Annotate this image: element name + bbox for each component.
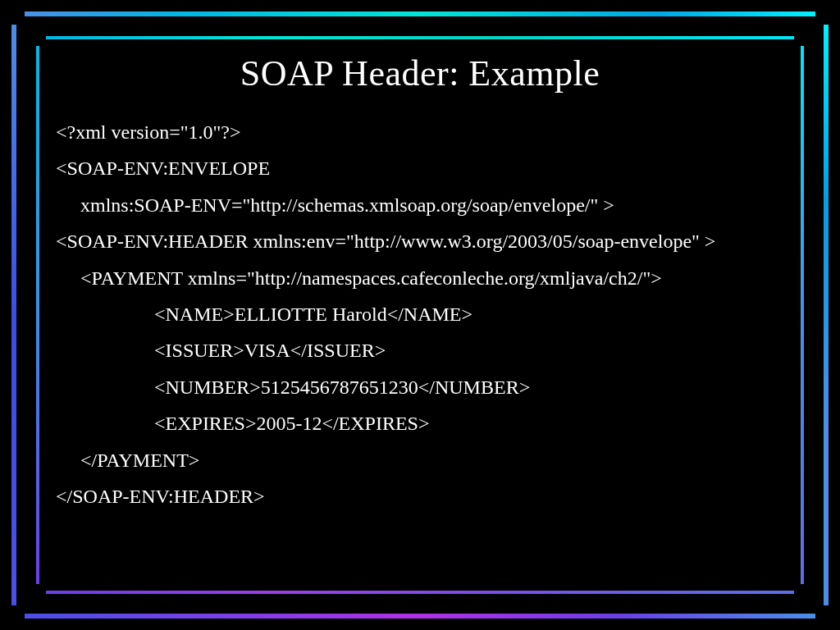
inner-border-left bbox=[36, 46, 39, 584]
code-line-issuer: <ISSUER>VISA</ISSUER> bbox=[56, 332, 788, 368]
slide-content: SOAP Header: Example <?xml version="1.0"… bbox=[52, 52, 788, 578]
slide-title: SOAP Header: Example bbox=[52, 52, 788, 94]
outer-border-left bbox=[11, 25, 16, 605]
code-line-header-close: </SOAP-ENV:HEADER> bbox=[56, 478, 788, 514]
inner-border-right bbox=[801, 46, 804, 584]
code-line-expires: <EXPIRES>2005-12</EXPIRES> bbox=[56, 405, 788, 441]
inner-border-frame: SOAP Header: Example <?xml version="1.0"… bbox=[36, 36, 804, 594]
outer-border-top bbox=[25, 11, 815, 16]
code-line-envelope-open: <SOAP-ENV:ENVELOPE bbox=[56, 150, 788, 186]
code-line-header-open: <SOAP-ENV:HEADER xmlns:env="http://www.w… bbox=[56, 223, 788, 259]
outer-border-frame: SOAP Header: Example <?xml version="1.0"… bbox=[11, 11, 829, 619]
code-line-name: <NAME>ELLIOTTE Harold</NAME> bbox=[56, 296, 788, 332]
code-line-number: <NUMBER>5125456787651230</NUMBER> bbox=[56, 369, 788, 405]
code-line-xmlns-soap: xmlns:SOAP-ENV="http://schemas.xmlsoap.o… bbox=[56, 187, 788, 223]
code-line-payment-close: </PAYMENT> bbox=[56, 442, 788, 478]
code-line-payment-open: <PAYMENT xmlns="http://namespaces.cafeco… bbox=[56, 260, 788, 296]
xml-code-block: <?xml version="1.0"?> <SOAP-ENV:ENVELOPE… bbox=[52, 114, 788, 514]
outer-border-right bbox=[824, 25, 829, 605]
outer-border-bottom bbox=[25, 614, 815, 619]
inner-border-top bbox=[46, 36, 794, 39]
inner-border-bottom bbox=[46, 591, 794, 594]
code-line-xml-decl: <?xml version="1.0"?> bbox=[56, 114, 788, 150]
